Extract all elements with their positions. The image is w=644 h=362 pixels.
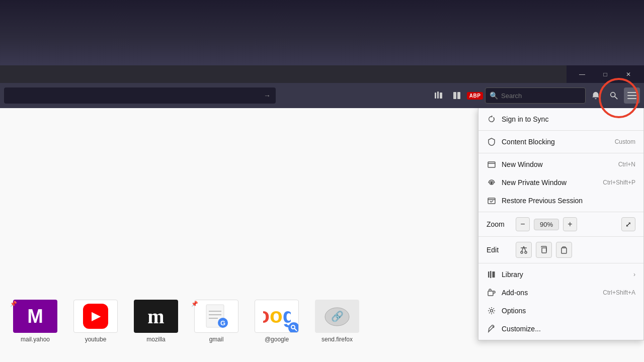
site-item-gmail[interactable]: 📌 G gmail	[186, 296, 247, 347]
window-controls: — □ ✕	[567, 65, 644, 83]
edit-row: Edit	[478, 239, 643, 261]
search-input[interactable]	[501, 92, 581, 100]
content-blocking-label: Content Blocking	[502, 138, 615, 146]
restore-session-icon	[487, 196, 497, 206]
library-chevron-icon: ›	[633, 271, 635, 278]
google-search-overlay-icon	[288, 322, 299, 333]
site-thumb-mozilla: m	[134, 300, 178, 333]
site-item-yahoo[interactable]: 📌 M mail.yahoo	[5, 296, 65, 347]
restore-session-label: Restore Previous Session	[502, 197, 635, 205]
menu-button[interactable]	[624, 87, 640, 104]
svg-rect-1	[437, 92, 439, 99]
new-private-window-shortcut: Ctrl+Shift+P	[603, 179, 635, 186]
zoom-label: Zoom	[487, 220, 512, 228]
zoom-fullscreen-button[interactable]: ⤢	[621, 217, 635, 231]
menu-section-windows: New Window Ctrl+N New Private Window Ctr…	[478, 153, 643, 212]
svg-line-30	[524, 246, 526, 251]
new-window-label: New Window	[502, 160, 618, 168]
svg-rect-34	[488, 272, 490, 278]
svg-line-6	[615, 97, 617, 99]
site-thumb-youtube: ▶	[73, 300, 118, 333]
shield-icon	[487, 137, 497, 147]
svg-rect-32	[542, 248, 546, 253]
menu-section-content-blocking: Content Blocking Custom	[478, 131, 643, 153]
site-label-google: @google	[265, 336, 289, 343]
menu-section-zoom: Zoom − 90% + ⤢	[478, 212, 643, 237]
svg-point-28	[525, 251, 527, 253]
menu-item-sync[interactable]: Sign in to Sync	[478, 110, 643, 128]
menu-item-library[interactable]: Library ›	[478, 265, 643, 284]
svg-rect-33	[561, 248, 567, 253]
site-thumb-gmail: G	[194, 300, 238, 333]
addons-icon	[487, 288, 497, 298]
edit-label: Edit	[487, 246, 512, 254]
menu-item-content-blocking[interactable]: Content Blocking Custom	[478, 133, 643, 151]
url-bar[interactable]: →	[4, 87, 276, 104]
svg-point-5	[611, 93, 615, 97]
site-label-mozilla: mozilla	[146, 336, 165, 343]
pin-icon-gmail: 📌	[191, 301, 198, 307]
menu-item-addons[interactable]: Add-ons Ctrl+Shift+A	[478, 284, 643, 302]
zoom-value: 90%	[534, 219, 559, 230]
svg-rect-2	[440, 93, 442, 99]
customize-icon	[487, 324, 497, 334]
search-bar-icon: 🔍	[490, 92, 498, 100]
content-blocking-value: Custom	[615, 138, 635, 145]
new-window-shortcut: Ctrl+N	[618, 161, 635, 168]
title-bar	[0, 0, 644, 65]
svg-rect-4	[457, 92, 460, 99]
svg-rect-37	[488, 291, 493, 296]
maximize-button[interactable]: □	[594, 65, 617, 83]
zoom-out-button[interactable]: −	[516, 217, 530, 231]
close-button[interactable]: ✕	[617, 65, 640, 83]
toolbar-right: ABP 🔍	[431, 87, 640, 104]
zoom-row: Zoom − 90% + ⤢	[478, 214, 643, 234]
cut-button[interactable]	[516, 242, 532, 258]
menu-section-misc: Library › Add-ons Ctrl+Shift+A Option	[478, 263, 643, 340]
options-label: Options	[502, 307, 635, 315]
sync-icon	[487, 114, 497, 124]
site-label-youtube: youtube	[85, 336, 107, 343]
menu-item-new-private-window[interactable]: New Private Window Ctrl+Shift+P	[478, 173, 643, 192]
menu-item-options[interactable]: Options	[478, 302, 643, 320]
library-label: Library	[502, 270, 629, 279]
svg-text:G: G	[220, 319, 225, 327]
menu-item-new-window[interactable]: New Window Ctrl+N	[478, 155, 643, 173]
svg-line-18	[295, 329, 297, 331]
svg-point-27	[521, 251, 523, 253]
svg-rect-0	[435, 93, 436, 99]
notifications-button[interactable]	[588, 87, 604, 104]
adblock-button[interactable]: ABP	[467, 87, 483, 104]
svg-rect-36	[493, 272, 495, 278]
copy-button[interactable]	[536, 242, 552, 258]
site-thumb-firefox: 🔗	[315, 300, 359, 333]
site-item-mozilla[interactable]: m mozilla	[126, 296, 186, 347]
svg-rect-25	[488, 198, 495, 204]
site-label-firefox: send.firefox	[321, 336, 353, 343]
site-item-google[interactable]: Google @google	[247, 296, 307, 347]
reader-view-button[interactable]	[449, 87, 465, 104]
zoom-in-button[interactable]: +	[563, 217, 577, 231]
site-label-gmail: gmail	[209, 336, 224, 343]
site-thumb-yahoo: M	[13, 300, 57, 333]
menu-item-customize[interactable]: Customize...	[478, 320, 643, 338]
svg-rect-8	[627, 95, 636, 96]
minimize-button[interactable]: —	[571, 65, 594, 83]
customize-label: Customize...	[502, 325, 635, 333]
site-item-youtube[interactable]: ▶ youtube	[65, 296, 126, 347]
svg-rect-35	[490, 271, 492, 278]
svg-line-29	[522, 246, 524, 251]
library-button[interactable]	[431, 87, 447, 104]
library-menu-icon	[487, 269, 497, 280]
paste-button[interactable]	[556, 242, 572, 258]
menu-item-restore-session[interactable]: Restore Previous Session	[478, 192, 643, 210]
svg-rect-7	[627, 92, 636, 93]
site-item-firefox[interactable]: 🔗 send.firefox	[307, 296, 367, 347]
svg-rect-9	[627, 98, 636, 99]
site-thumb-google: Google	[255, 300, 299, 333]
svg-point-38	[491, 310, 493, 312]
youtube-play-icon: ▶	[83, 304, 108, 329]
find-button[interactable]	[606, 87, 622, 104]
svg-rect-21	[488, 162, 495, 167]
app-menu: Sign in to Sync Content Blocking Custom …	[478, 108, 644, 340]
